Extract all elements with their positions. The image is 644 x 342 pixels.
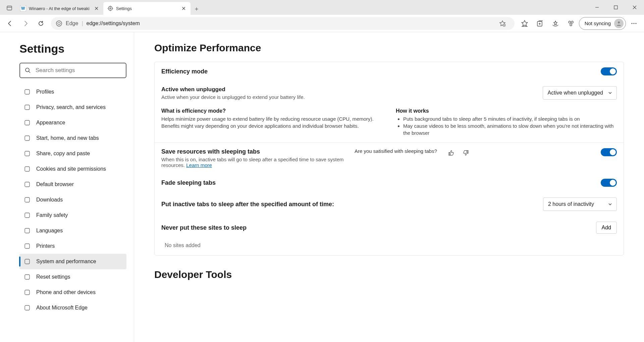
svg-rect-38 bbox=[25, 197, 30, 202]
performance-card: Efficiency mode Active when unplugged Ac… bbox=[154, 62, 624, 255]
site-identity-icon bbox=[56, 20, 62, 27]
nav-icon bbox=[23, 196, 31, 204]
how-works-bullet: May cause videos to be less smooth, anim… bbox=[403, 122, 617, 136]
sidebar-item-label: Default browser bbox=[36, 181, 74, 187]
efficiency-mode-toggle[interactable] bbox=[601, 67, 617, 75]
sidebar-item-profiles[interactable]: Profiles bbox=[19, 84, 126, 100]
tab-winaero[interactable]: W Winaero - At the edge of tweaki ✕ bbox=[16, 2, 103, 15]
sidebar-item-start-home-and-new-tabs[interactable]: Start, home, and new tabs bbox=[19, 130, 126, 146]
fade-tabs-toggle[interactable] bbox=[601, 179, 617, 187]
nav-icon bbox=[23, 165, 31, 173]
sidebar-item-printers[interactable]: Printers bbox=[19, 238, 126, 254]
sidebar-item-label: Phone and other devices bbox=[36, 289, 96, 295]
toolbar: Edge | edge://settings/system Not syncin… bbox=[0, 15, 644, 32]
tab-actions-button[interactable] bbox=[3, 1, 16, 15]
sync-label: Not syncing bbox=[585, 20, 611, 26]
refresh-button[interactable] bbox=[34, 16, 48, 31]
sleeping-tabs-toggle[interactable] bbox=[601, 148, 617, 156]
fade-tabs-title: Fade sleeping tabs bbox=[161, 179, 216, 186]
forward-button[interactable] bbox=[18, 16, 33, 31]
add-site-button[interactable]: Add bbox=[596, 222, 617, 234]
sidebar-item-label: Cookies and site permissions bbox=[36, 166, 106, 172]
settings-search[interactable] bbox=[19, 63, 126, 78]
new-tab-button[interactable]: ＋ bbox=[191, 3, 203, 15]
tab-title: Winaero - At the edge of tweaki bbox=[29, 6, 91, 11]
sidebar-item-reset-settings[interactable]: Reset settings bbox=[19, 269, 126, 285]
menu-button[interactable] bbox=[627, 16, 641, 31]
sidebar-item-family-safety[interactable]: Family safety bbox=[19, 208, 126, 223]
svg-rect-32 bbox=[25, 105, 30, 110]
sidebar-item-label: System and performance bbox=[36, 259, 96, 265]
svg-rect-39 bbox=[25, 213, 30, 218]
how-works-title: How it works bbox=[396, 108, 617, 114]
svg-rect-31 bbox=[25, 90, 30, 94]
efficiency-mode-select[interactable]: Active when unplugged bbox=[543, 86, 617, 100]
sleep-timeout-select[interactable]: 2 hours of inactivity bbox=[543, 197, 617, 211]
sidebar-item-label: About Microsoft Edge bbox=[36, 305, 88, 311]
svg-rect-44 bbox=[25, 290, 30, 295]
favicon-winaero: W bbox=[20, 5, 26, 11]
collections-button[interactable] bbox=[533, 16, 547, 31]
close-icon[interactable]: ✕ bbox=[180, 5, 186, 11]
titlebar: W Winaero - At the edge of tweaki ✕ Sett… bbox=[0, 0, 644, 15]
svg-point-14 bbox=[56, 21, 62, 26]
extensions-button[interactable] bbox=[564, 16, 578, 31]
sidebar-item-share-copy-and-paste[interactable]: Share, copy and paste bbox=[19, 146, 126, 161]
address-bar[interactable]: Edge | edge://settings/system bbox=[51, 17, 515, 30]
maximize-button[interactable] bbox=[606, 1, 625, 14]
sidebar-item-label: Family safety bbox=[36, 212, 68, 218]
minimize-button[interactable] bbox=[588, 1, 606, 14]
favorites-button[interactable] bbox=[517, 16, 532, 31]
address-url: edge://settings/system bbox=[87, 20, 492, 26]
svg-rect-35 bbox=[25, 151, 30, 156]
svg-point-28 bbox=[635, 23, 636, 24]
sidebar-item-phone-and-other-devices[interactable]: Phone and other devices bbox=[19, 285, 126, 300]
sidebar-item-label: Printers bbox=[36, 243, 55, 249]
svg-rect-11 bbox=[614, 6, 618, 9]
favicon-settings bbox=[107, 5, 113, 11]
select-value: Active when unplugged bbox=[548, 90, 603, 96]
svg-rect-36 bbox=[25, 167, 30, 171]
chevron-down-icon bbox=[608, 91, 612, 95]
search-input[interactable] bbox=[36, 67, 121, 74]
nav-icon bbox=[23, 242, 31, 250]
nav-icon bbox=[23, 119, 31, 126]
favorite-button[interactable] bbox=[495, 16, 510, 31]
thumbs-up-button[interactable] bbox=[446, 148, 456, 158]
tab-title: Settings bbox=[116, 6, 178, 11]
nav-icon bbox=[23, 304, 31, 311]
svg-point-27 bbox=[633, 23, 634, 24]
svg-rect-45 bbox=[25, 305, 30, 310]
settings-title: Settings bbox=[19, 42, 126, 55]
profile-sync-button[interactable]: Not syncing bbox=[579, 17, 626, 30]
settings-nav: ProfilesPrivacy, search, and servicesApp… bbox=[19, 84, 126, 316]
sidebar-item-downloads[interactable]: Downloads bbox=[19, 192, 126, 208]
sidebar-item-cookies-and-site-permissions[interactable]: Cookies and site permissions bbox=[19, 161, 126, 177]
section-heading: Optimize Performance bbox=[154, 42, 624, 54]
sidebar-item-about-microsoft-edge[interactable]: About Microsoft Edge bbox=[19, 300, 126, 316]
sidebar-item-label: Profiles bbox=[36, 89, 54, 95]
sidebar-item-privacy-search-and-services[interactable]: Privacy, search, and services bbox=[19, 100, 126, 115]
what-is-desc: Helps minimize power usage to extend bat… bbox=[161, 115, 382, 129]
thumbs-down-button[interactable] bbox=[461, 148, 471, 158]
svg-point-25 bbox=[618, 21, 620, 23]
sidebar-item-default-browser[interactable]: Default browser bbox=[19, 177, 126, 192]
window-controls bbox=[588, 1, 644, 14]
sidebar-item-appearance[interactable]: Appearance bbox=[19, 115, 126, 130]
settings-content: Optimize Performance Efficiency mode Act… bbox=[134, 32, 644, 342]
sidebar-item-label: Start, home, and new tabs bbox=[36, 135, 99, 141]
chevron-down-icon bbox=[608, 202, 612, 207]
address-scheme: Edge bbox=[66, 20, 78, 26]
what-is-title: What is efficiency mode? bbox=[161, 108, 382, 114]
performance-button[interactable] bbox=[548, 16, 563, 31]
close-window-button[interactable] bbox=[625, 1, 644, 14]
nav-icon bbox=[23, 212, 31, 219]
no-sites-text: No sites added bbox=[155, 239, 624, 255]
close-icon[interactable]: ✕ bbox=[93, 5, 99, 11]
sidebar-item-system-and-performance[interactable]: System and performance bbox=[19, 254, 126, 269]
tab-actions-icon bbox=[7, 5, 12, 11]
tab-settings[interactable]: Settings ✕ bbox=[103, 2, 191, 15]
back-button[interactable] bbox=[3, 16, 17, 31]
sidebar-item-languages[interactable]: Languages bbox=[19, 223, 126, 238]
learn-more-link[interactable]: Learn more bbox=[186, 162, 212, 168]
